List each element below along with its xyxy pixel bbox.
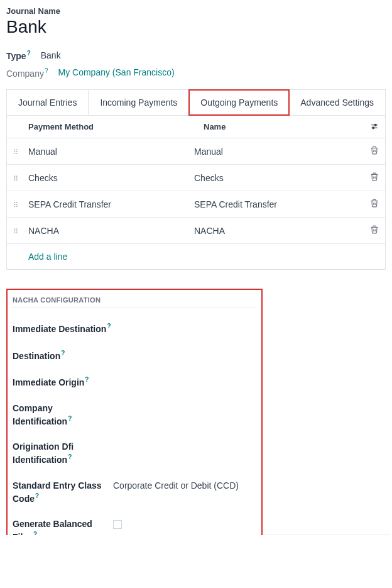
company-identification-label: Company Identification? bbox=[13, 402, 113, 427]
generate-balanced-files-label: Generate Balanced Files? bbox=[13, 518, 113, 535]
drag-handle-icon[interactable]: ⠿ bbox=[13, 228, 18, 235]
tabs-container: Journal Entries Incoming Payments Outgoi… bbox=[6, 89, 386, 115]
secc-label: Standard Entry Class Code? bbox=[13, 480, 113, 504]
tab-outgoing-payments[interactable]: Outgoing Payments bbox=[188, 89, 290, 116]
generate-balanced-files-checkbox[interactable] bbox=[113, 520, 122, 529]
table-row[interactable]: ⠿ NACHA NACHA bbox=[7, 218, 385, 244]
type-value: Bank bbox=[41, 50, 61, 60]
help-icon[interactable]: ? bbox=[68, 453, 72, 460]
nacha-config-section: NACHA CONFIGURATION Immediate Destinatio… bbox=[6, 289, 263, 535]
cell-method: SEPA Credit Transfer bbox=[28, 199, 194, 209]
table-row[interactable]: ⠿ Checks Checks bbox=[7, 165, 385, 191]
trash-icon[interactable] bbox=[370, 172, 379, 181]
help-icon[interactable]: ? bbox=[27, 50, 31, 57]
tab-advanced-settings[interactable]: Advanced Settings bbox=[289, 90, 385, 115]
help-icon[interactable]: ? bbox=[85, 376, 89, 383]
secc-value[interactable]: Corporate Credit or Debit (CCD) bbox=[113, 480, 239, 491]
drag-handle-icon[interactable]: ⠿ bbox=[13, 148, 18, 156]
journal-name-label: Journal Name bbox=[6, 6, 386, 16]
help-icon[interactable]: ? bbox=[107, 323, 111, 330]
page-title: Bank bbox=[6, 17, 386, 37]
immediate-origin-label: Immediate Origin? bbox=[13, 375, 113, 389]
cell-method: Manual bbox=[28, 147, 194, 157]
help-icon[interactable]: ? bbox=[35, 492, 39, 499]
svg-point-3 bbox=[373, 127, 374, 129]
immediate-destination-label: Immediate Destination? bbox=[13, 322, 113, 335]
drag-handle-icon[interactable]: ⠿ bbox=[13, 201, 18, 209]
help-icon[interactable]: ? bbox=[33, 531, 37, 535]
type-label: Type? bbox=[6, 50, 31, 61]
cell-method: Checks bbox=[28, 173, 194, 183]
table-row[interactable]: ⠿ SEPA Credit Transfer SEPA Credit Trans… bbox=[7, 191, 385, 218]
svg-point-1 bbox=[374, 125, 376, 126]
cell-name: Manual bbox=[194, 147, 360, 157]
destination-label: Destination? bbox=[13, 349, 113, 362]
table-header-name: Name bbox=[204, 122, 379, 131]
payment-methods-table: Payment Method Name ⠿ Manual Manual ⠿ Ch… bbox=[6, 115, 386, 270]
settings-icon[interactable] bbox=[370, 122, 379, 131]
trash-icon[interactable] bbox=[370, 146, 379, 155]
cell-name: SEPA Credit Transfer bbox=[194, 199, 360, 209]
help-icon[interactable]: ? bbox=[45, 67, 48, 74]
company-label: Company? bbox=[6, 67, 48, 79]
trash-icon[interactable] bbox=[370, 199, 379, 208]
trash-icon[interactable] bbox=[370, 225, 379, 234]
help-icon[interactable]: ? bbox=[68, 415, 72, 422]
origination-dfi-label: Origination Dfi Identification? bbox=[13, 441, 113, 465]
table-header-method: Payment Method bbox=[28, 122, 204, 131]
drag-handle-icon[interactable]: ⠿ bbox=[13, 175, 18, 182]
nacha-section-title: NACHA CONFIGURATION bbox=[13, 296, 256, 308]
tab-journal-entries[interactable]: Journal Entries bbox=[7, 90, 89, 115]
cell-name: NACHA bbox=[194, 226, 360, 236]
cell-name: Checks bbox=[194, 173, 360, 183]
company-link[interactable]: My Company (San Francisco) bbox=[58, 67, 174, 77]
cell-method: NACHA bbox=[28, 226, 194, 236]
tab-incoming-payments[interactable]: Incoming Payments bbox=[89, 90, 189, 115]
help-icon[interactable]: ? bbox=[61, 350, 65, 357]
add-line-link[interactable]: Add a line bbox=[7, 244, 385, 269]
table-row[interactable]: ⠿ Manual Manual bbox=[7, 138, 385, 165]
